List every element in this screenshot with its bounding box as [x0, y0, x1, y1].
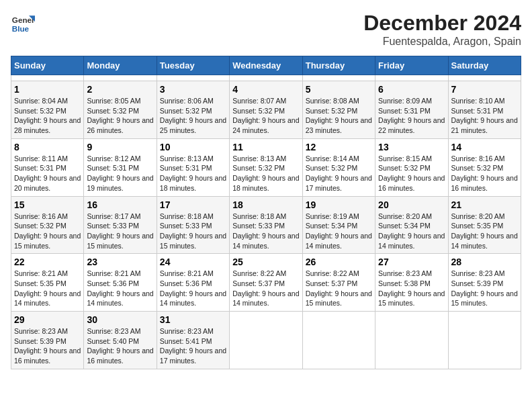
day-detail: Sunrise: 8:20 AMSunset: 5:35 PMDaylight:… — [451, 212, 518, 251]
svg-text:Blue: Blue — [12, 24, 30, 33]
day-number: 11 — [232, 142, 299, 152]
calendar-cell: 1Sunrise: 8:04 AMSunset: 5:32 PMDaylight… — [11, 81, 84, 139]
col-header-sunday: Sunday — [11, 56, 84, 75]
day-number: 8 — [14, 142, 81, 152]
calendar-cell: 21Sunrise: 8:20 AMSunset: 5:35 PMDayligh… — [448, 196, 521, 254]
calendar-cell: 19Sunrise: 8:19 AMSunset: 5:34 PMDayligh… — [302, 196, 375, 254]
day-number: 13 — [378, 142, 445, 152]
day-detail: Sunrise: 8:18 AMSunset: 5:33 PMDaylight:… — [232, 212, 299, 251]
day-number: 21 — [451, 199, 518, 210]
day-number: 22 — [14, 257, 81, 267]
day-number: 14 — [451, 142, 518, 152]
calendar-cell: 6Sunrise: 8:09 AMSunset: 5:31 PMDaylight… — [375, 81, 448, 139]
day-number: 25 — [232, 257, 299, 267]
calendar-cell — [11, 75, 84, 81]
day-number: 7 — [451, 84, 518, 95]
day-number: 12 — [306, 142, 372, 152]
calendar-cell: 3Sunrise: 8:06 AMSunset: 5:32 PMDaylight… — [157, 81, 229, 139]
day-number: 19 — [306, 199, 372, 210]
calendar-cell: 4Sunrise: 8:07 AMSunset: 5:32 PMDaylight… — [230, 81, 302, 139]
calendar-cell: 25Sunrise: 8:22 AMSunset: 5:37 PMDayligh… — [230, 254, 302, 312]
day-detail: Sunrise: 8:23 AMSunset: 5:38 PMDaylight:… — [378, 269, 445, 308]
day-detail: Sunrise: 8:07 AMSunset: 5:32 PMDaylight:… — [232, 96, 299, 136]
col-header-wednesday: Wednesday — [230, 56, 302, 75]
calendar-cell: 17Sunrise: 8:18 AMSunset: 5:33 PMDayligh… — [157, 196, 229, 254]
day-detail: Sunrise: 8:08 AMSunset: 5:32 PMDaylight:… — [306, 96, 372, 136]
day-detail: Sunrise: 8:23 AMSunset: 5:40 PMDaylight:… — [87, 326, 153, 366]
day-detail: Sunrise: 8:15 AMSunset: 5:32 PMDaylight:… — [378, 154, 445, 193]
col-header-thursday: Thursday — [302, 56, 375, 75]
calendar-cell: 24Sunrise: 8:21 AMSunset: 5:36 PMDayligh… — [157, 254, 229, 312]
calendar-cell: 12Sunrise: 8:14 AMSunset: 5:32 PMDayligh… — [302, 138, 375, 196]
day-number: 18 — [232, 199, 299, 210]
day-detail: Sunrise: 8:04 AMSunset: 5:32 PMDaylight:… — [14, 96, 81, 136]
calendar-cell: 14Sunrise: 8:16 AMSunset: 5:32 PMDayligh… — [448, 138, 521, 196]
col-header-friday: Friday — [375, 56, 448, 75]
col-header-monday: Monday — [84, 56, 157, 75]
day-detail: Sunrise: 8:21 AMSunset: 5:35 PMDaylight:… — [14, 269, 81, 308]
day-detail: Sunrise: 8:12 AMSunset: 5:31 PMDaylight:… — [87, 154, 153, 193]
calendar-cell: 31Sunrise: 8:23 AMSunset: 5:41 PMDayligh… — [157, 312, 229, 369]
day-detail: Sunrise: 8:21 AMSunset: 5:36 PMDaylight:… — [87, 269, 153, 308]
day-number: 5 — [306, 84, 372, 95]
col-header-saturday: Saturday — [448, 56, 521, 75]
day-detail: Sunrise: 8:16 AMSunset: 5:32 PMDaylight:… — [451, 154, 518, 193]
day-detail: Sunrise: 8:09 AMSunset: 5:31 PMDaylight:… — [378, 96, 445, 136]
logo-icon: General Blue — [11, 11, 35, 35]
day-number: 30 — [87, 314, 153, 325]
day-detail: Sunrise: 8:23 AMSunset: 5:39 PMDaylight:… — [451, 269, 518, 308]
calendar-cell — [302, 75, 375, 81]
day-detail: Sunrise: 8:17 AMSunset: 5:33 PMDaylight:… — [87, 212, 153, 251]
day-detail: Sunrise: 8:18 AMSunset: 5:33 PMDaylight:… — [160, 212, 226, 251]
day-number: 10 — [160, 142, 226, 152]
calendar-cell: 30Sunrise: 8:23 AMSunset: 5:40 PMDayligh… — [84, 312, 157, 369]
day-detail: Sunrise: 8:20 AMSunset: 5:34 PMDaylight:… — [378, 212, 445, 251]
calendar-cell: 28Sunrise: 8:23 AMSunset: 5:39 PMDayligh… — [448, 254, 521, 312]
day-number: 20 — [378, 199, 445, 210]
calendar-cell: 15Sunrise: 8:16 AMSunset: 5:32 PMDayligh… — [11, 196, 84, 254]
page-subtitle: Fuentespalda, Aragon, Spain — [363, 36, 521, 48]
calendar-cell — [375, 75, 448, 81]
calendar-cell — [448, 312, 521, 369]
calendar-cell — [230, 312, 302, 369]
day-detail: Sunrise: 8:21 AMSunset: 5:36 PMDaylight:… — [160, 269, 226, 308]
calendar-cell — [230, 75, 302, 81]
day-detail: Sunrise: 8:05 AMSunset: 5:32 PMDaylight:… — [87, 96, 153, 136]
day-number: 28 — [451, 257, 518, 267]
calendar-cell: 9Sunrise: 8:12 AMSunset: 5:31 PMDaylight… — [84, 138, 157, 196]
calendar-cell — [375, 312, 448, 369]
header: General Blue December 2024 Fuentespalda,… — [11, 11, 521, 48]
day-number: 15 — [14, 199, 81, 210]
day-detail: Sunrise: 8:13 AMSunset: 5:32 PMDaylight:… — [232, 154, 299, 193]
calendar-cell: 20Sunrise: 8:20 AMSunset: 5:34 PMDayligh… — [375, 196, 448, 254]
day-number: 9 — [87, 142, 153, 152]
calendar-cell: 16Sunrise: 8:17 AMSunset: 5:33 PMDayligh… — [84, 196, 157, 254]
calendar-cell: 13Sunrise: 8:15 AMSunset: 5:32 PMDayligh… — [375, 138, 448, 196]
day-number: 26 — [306, 257, 372, 267]
calendar-cell — [157, 75, 229, 81]
calendar-cell: 23Sunrise: 8:21 AMSunset: 5:36 PMDayligh… — [84, 254, 157, 312]
calendar-cell: 2Sunrise: 8:05 AMSunset: 5:32 PMDaylight… — [84, 81, 157, 139]
page-title: December 2024 — [363, 11, 521, 36]
calendar-cell: 5Sunrise: 8:08 AMSunset: 5:32 PMDaylight… — [302, 81, 375, 139]
calendar-cell: 29Sunrise: 8:23 AMSunset: 5:39 PMDayligh… — [11, 312, 84, 369]
logo: General Blue — [11, 11, 38, 35]
day-detail: Sunrise: 8:22 AMSunset: 5:37 PMDaylight:… — [306, 269, 372, 308]
calendar-cell: 26Sunrise: 8:22 AMSunset: 5:37 PMDayligh… — [302, 254, 375, 312]
day-detail: Sunrise: 8:10 AMSunset: 5:31 PMDaylight:… — [451, 96, 518, 136]
day-number: 4 — [232, 84, 299, 95]
day-number: 2 — [87, 84, 153, 95]
day-detail: Sunrise: 8:16 AMSunset: 5:32 PMDaylight:… — [14, 212, 81, 251]
day-detail: Sunrise: 8:14 AMSunset: 5:32 PMDaylight:… — [306, 154, 372, 193]
calendar-cell: 11Sunrise: 8:13 AMSunset: 5:32 PMDayligh… — [230, 138, 302, 196]
day-number: 17 — [160, 199, 226, 210]
calendar-cell: 27Sunrise: 8:23 AMSunset: 5:38 PMDayligh… — [375, 254, 448, 312]
calendar-cell — [302, 312, 375, 369]
title-block: December 2024 Fuentespalda, Aragon, Spai… — [363, 11, 521, 48]
calendar-cell: 8Sunrise: 8:11 AMSunset: 5:31 PMDaylight… — [11, 138, 84, 196]
day-detail: Sunrise: 8:06 AMSunset: 5:32 PMDaylight:… — [160, 96, 226, 136]
day-number: 29 — [14, 314, 81, 325]
calendar-table: SundayMondayTuesdayWednesdayThursdayFrid… — [11, 56, 521, 369]
day-detail: Sunrise: 8:19 AMSunset: 5:34 PMDaylight:… — [306, 212, 372, 251]
day-number: 16 — [87, 199, 153, 210]
